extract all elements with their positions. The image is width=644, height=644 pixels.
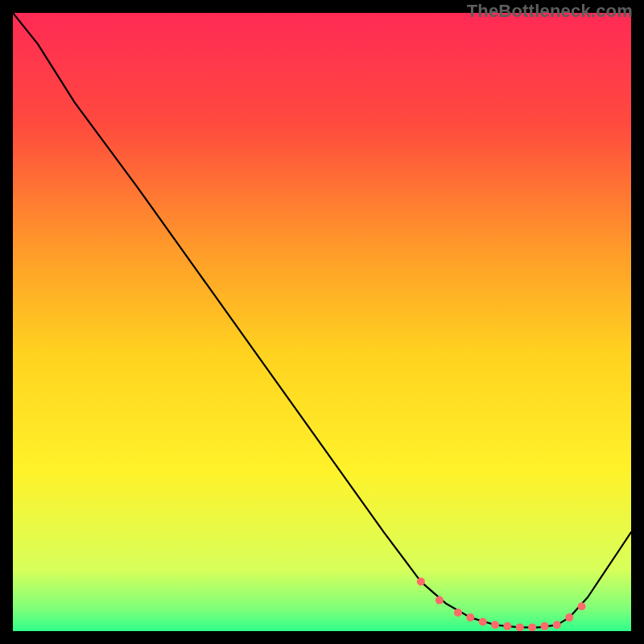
curve-marker bbox=[565, 613, 573, 621]
curve-marker bbox=[503, 622, 511, 630]
curve-marker bbox=[578, 602, 586, 610]
curve-marker bbox=[466, 613, 474, 621]
curve-marker bbox=[454, 609, 462, 617]
curve-marker bbox=[553, 621, 561, 629]
curve-marker bbox=[436, 597, 444, 605]
curve-marker bbox=[491, 621, 499, 629]
curve-marker bbox=[516, 623, 524, 631]
gradient-background bbox=[13, 13, 631, 631]
curve-marker bbox=[528, 623, 536, 631]
watermark-label: TheBottleneck.com bbox=[467, 1, 633, 22]
curve-marker bbox=[540, 622, 548, 630]
chart-svg bbox=[13, 13, 631, 631]
curve-marker bbox=[417, 578, 425, 586]
chart-frame: TheBottleneck.com bbox=[0, 0, 644, 644]
plot-area bbox=[13, 13, 631, 631]
curve-marker bbox=[479, 617, 487, 625]
